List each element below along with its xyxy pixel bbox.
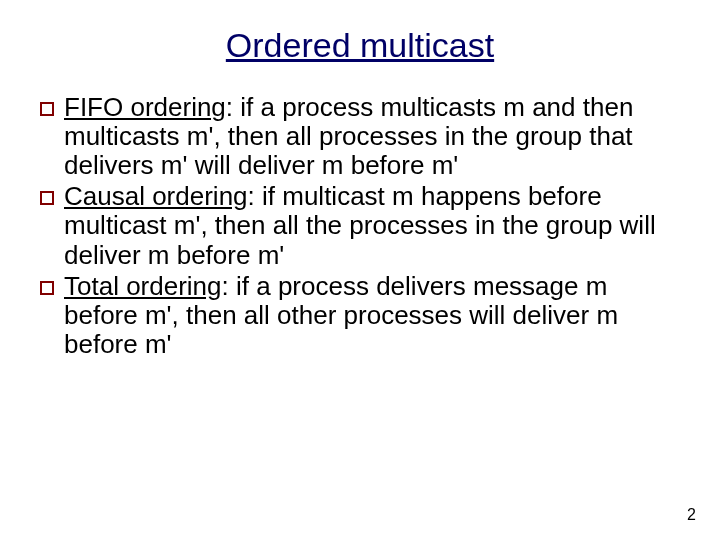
slide-body: FIFO ordering: if a process multicasts m… bbox=[40, 93, 680, 359]
slide-title: Ordered multicast bbox=[40, 26, 680, 65]
bullet-text: FIFO ordering: if a process multicasts m… bbox=[64, 93, 680, 180]
bullet-marker-icon bbox=[40, 191, 54, 205]
slide: Ordered multicast FIFO ordering: if a pr… bbox=[0, 0, 720, 540]
bullet-item: FIFO ordering: if a process multicasts m… bbox=[40, 93, 680, 180]
bullet-text: Causal ordering: if multicast m happens … bbox=[64, 182, 680, 269]
bullet-label: Total ordering bbox=[64, 271, 222, 301]
bullet-marker-icon bbox=[40, 281, 54, 295]
page-number: 2 bbox=[687, 506, 696, 524]
bullet-label: FIFO ordering bbox=[64, 92, 226, 122]
bullet-marker-icon bbox=[40, 102, 54, 116]
bullet-item: Total ordering: if a process delivers me… bbox=[40, 272, 680, 359]
bullet-label: Causal ordering bbox=[64, 181, 248, 211]
bullet-item: Causal ordering: if multicast m happens … bbox=[40, 182, 680, 269]
bullet-text: Total ordering: if a process delivers me… bbox=[64, 272, 680, 359]
